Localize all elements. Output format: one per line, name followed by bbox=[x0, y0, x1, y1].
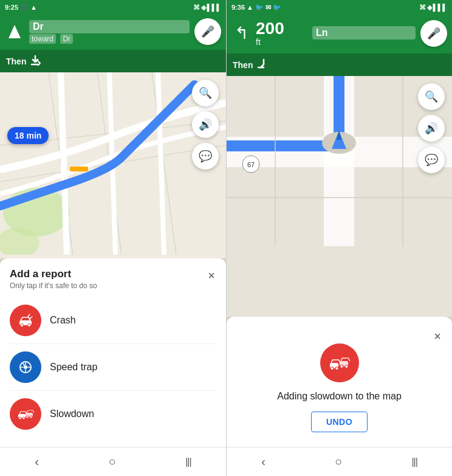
left-map-buttons: 🔍 🔊 💬 bbox=[192, 80, 219, 170]
svg-point-36 bbox=[345, 365, 348, 368]
left-map-area: 18 min 🔍 🔊 💬 bbox=[0, 72, 226, 258]
left-then-bar: Then bbox=[0, 50, 226, 72]
right-wifi-icon: ◈ bbox=[427, 4, 432, 12]
right-map: 67 🔍 🔊 💬 bbox=[227, 76, 452, 317]
svg-point-11 bbox=[28, 324, 31, 327]
left-sheet-header-text: Add a report Only tap if it's safe to do… bbox=[10, 268, 97, 290]
speed-trap-label: Speed trap bbox=[50, 362, 97, 373]
left-nav-header: Dr toward Dr 🎤 bbox=[0, 15, 226, 50]
left-then-arrow bbox=[30, 55, 41, 67]
left-sheet-header: Add a report Only tap if it's safe to do… bbox=[10, 268, 216, 290]
right-map-buttons: 🔍 🔊 💬 bbox=[418, 83, 445, 173]
left-mic-button[interactable]: 🎤 bbox=[194, 18, 221, 45]
left-nav-toward: toward Dr bbox=[29, 35, 190, 43]
crash-item[interactable]: Crash bbox=[10, 297, 216, 344]
speed-trap-icon-circle bbox=[10, 351, 41, 383]
left-nav-street: Dr bbox=[29, 20, 190, 33]
right-nav-header: ↰ 200 ft Ln 🎤 bbox=[227, 15, 452, 53]
svg-text:67: 67 bbox=[247, 161, 255, 168]
right-search-button[interactable]: 🔍 bbox=[418, 83, 445, 110]
svg-rect-8 bbox=[70, 167, 88, 171]
right-sheet-close[interactable]: × bbox=[433, 329, 442, 343]
crash-label: Crash bbox=[50, 315, 76, 326]
left-sheet-close[interactable]: × bbox=[207, 268, 216, 283]
left-map: 18 min 🔍 🔊 💬 bbox=[0, 72, 226, 258]
slowdown-icon-circle bbox=[10, 398, 41, 430]
right-slowdown-text: Adding slowdown to the map bbox=[277, 391, 402, 402]
right-back-button[interactable]: ‹ bbox=[249, 450, 278, 474]
right-distance-value: 200 bbox=[256, 20, 307, 37]
left-volume-button[interactable]: 🔊 bbox=[192, 111, 219, 138]
left-then-label: Then bbox=[6, 57, 26, 66]
right-panel: 9:36 ▲ 🐦 ✉ 🐦 ⌘ ◈ ▌▌▌ ↰ 200 ft Ln 🎤 Then bbox=[226, 0, 452, 476]
crash-svg bbox=[17, 312, 34, 329]
right-distance-unit: ft bbox=[256, 37, 307, 47]
right-nav-street: Ln bbox=[312, 26, 416, 40]
left-time: 9:25 bbox=[5, 4, 18, 11]
speed-trap-svg bbox=[17, 359, 34, 376]
right-then-bar: Then bbox=[227, 53, 452, 76]
right-mail-icon: ✉ bbox=[265, 4, 271, 12]
svg-point-32 bbox=[330, 367, 334, 370]
spotify-icon: 🎵 bbox=[20, 4, 29, 12]
right-bottom-nav: ‹ ○ ||| bbox=[227, 447, 452, 476]
bluetooth-icon: ⌘ bbox=[193, 4, 200, 12]
left-search-button[interactable]: 🔍 bbox=[192, 80, 219, 106]
left-eta-text: 18 min bbox=[15, 131, 41, 140]
left-bottom-nav: ‹ ○ ||| bbox=[0, 447, 226, 476]
right-twitter2-icon: 🐦 bbox=[273, 4, 281, 12]
left-home-button[interactable]: ○ bbox=[97, 450, 128, 474]
right-slowdown-svg bbox=[329, 352, 351, 374]
right-volume-button[interactable]: 🔊 bbox=[418, 115, 445, 142]
speed-trap-item[interactable]: Speed trap bbox=[10, 344, 216, 391]
left-status-left: 9:25 🎵 ▲ bbox=[5, 4, 37, 12]
left-nav-info: Dr toward Dr bbox=[29, 20, 190, 43]
left-chat-button[interactable]: 💬 bbox=[192, 143, 219, 170]
right-then-arrow bbox=[256, 58, 267, 71]
svg-point-16 bbox=[22, 417, 25, 419]
right-distance-block: 200 ft bbox=[256, 20, 307, 47]
left-sheet-subtitle: Only tap if it's safe to do so bbox=[10, 281, 97, 290]
left-mic-icon: 🎤 bbox=[201, 25, 214, 38]
right-bluetooth-icon: ⌘ bbox=[419, 4, 426, 12]
wifi-icon: ◈ bbox=[201, 4, 206, 12]
right-sheet-close-row: × bbox=[236, 329, 442, 343]
svg-point-15 bbox=[19, 417, 21, 419]
right-home-button[interactable]: ○ bbox=[323, 450, 354, 474]
svg-point-10 bbox=[21, 324, 24, 327]
svg-point-18 bbox=[26, 416, 29, 418]
slowdown-item[interactable]: Slowdown bbox=[10, 391, 216, 437]
left-recents-button[interactable]: ||| bbox=[173, 452, 203, 472]
right-status-bar: 9:36 ▲ 🐦 ✉ 🐦 ⌘ ◈ ▌▌▌ bbox=[227, 0, 452, 15]
right-map-area: 67 🔍 🔊 💬 bbox=[227, 76, 452, 317]
right-twitter-icon: 🐦 bbox=[255, 4, 264, 12]
right-turn-arrow-icon: ↰ bbox=[235, 25, 248, 42]
toward-street: Dr bbox=[60, 34, 73, 44]
left-nav-arrow bbox=[5, 19, 24, 44]
left-eta-badge: 18 min bbox=[7, 127, 49, 144]
left-bottom-sheet: Add a report Only tap if it's safe to do… bbox=[0, 258, 226, 447]
right-mic-icon: 🎤 bbox=[427, 27, 440, 40]
svg-point-33 bbox=[335, 367, 338, 370]
slowdown-label: Slowdown bbox=[50, 409, 94, 419]
right-nav-info: Ln bbox=[312, 26, 416, 41]
crash-icon-circle bbox=[10, 305, 41, 336]
signal-icon: ▌▌▌ bbox=[207, 4, 221, 11]
alert-icon: ▲ bbox=[30, 4, 37, 11]
left-status-bar: 9:25 🎵 ▲ ⌘ ◈ ▌▌▌ bbox=[0, 0, 226, 15]
svg-point-13 bbox=[24, 365, 27, 369]
svg-point-19 bbox=[30, 416, 32, 418]
slowdown-svg bbox=[17, 405, 34, 423]
right-undo-button[interactable]: UNDO bbox=[311, 412, 368, 432]
arrow-up-icon bbox=[9, 25, 21, 38]
left-back-button[interactable]: ‹ bbox=[22, 450, 51, 474]
right-mic-button[interactable]: 🎤 bbox=[420, 20, 447, 47]
left-panel: 9:25 🎵 ▲ ⌘ ◈ ▌▌▌ Dr toward Dr 🎤 Then bbox=[0, 0, 226, 476]
right-time: 9:36 bbox=[231, 4, 245, 11]
right-chat-button[interactable]: 💬 bbox=[418, 147, 445, 173]
right-recents-button[interactable]: ||| bbox=[399, 452, 429, 472]
left-status-right: ⌘ ◈ ▌▌▌ bbox=[193, 4, 221, 12]
right-alert-icon: ▲ bbox=[247, 4, 253, 11]
svg-point-35 bbox=[340, 365, 343, 368]
toward-label: toward bbox=[29, 34, 56, 44]
